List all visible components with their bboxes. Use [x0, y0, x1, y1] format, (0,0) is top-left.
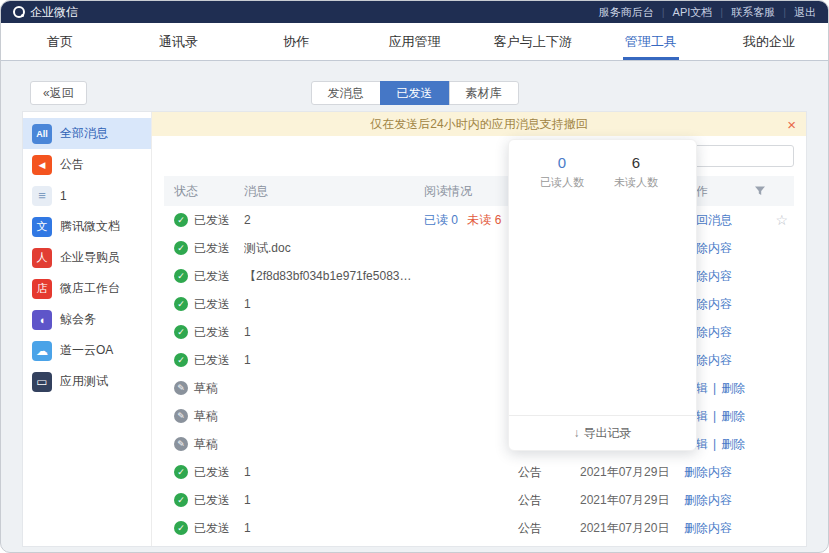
- top-bar: 企业微信 服务商后台 API文档 联系客服 退出: [1, 1, 828, 23]
- nav-admin-tools[interactable]: 管理工具: [592, 23, 710, 60]
- status-text: 已发送: [194, 520, 230, 537]
- nav-customers[interactable]: 客户与上下游: [474, 23, 592, 60]
- sidebar-item-label: 微店工作台: [60, 280, 120, 297]
- message-cell: 测试.doc: [244, 240, 424, 257]
- sent-status-icon: ✓: [174, 241, 188, 255]
- sent-status-icon: ✓: [174, 493, 188, 507]
- sidebar-item-announcement[interactable]: ◀ 公告: [23, 149, 151, 180]
- list-icon: ≡: [32, 186, 52, 206]
- search-row: [152, 136, 806, 176]
- header-actions: 操作: [684, 183, 794, 200]
- star-icon[interactable]: ☆: [775, 212, 788, 228]
- top-links: 服务商后台 API文档 联系客服 退出: [599, 5, 816, 20]
- table-row: ✓ 已发送 1 公告 2021年07月29日 删除内容: [164, 458, 794, 486]
- table-row: ✎ 草稿 编辑 | 删除: [164, 402, 794, 430]
- app-sidebar: All 全部消息 ◀ 公告 ≡ 1 文 腾讯微文档 人 企业导购员: [23, 112, 151, 546]
- sidebar-item-microshop[interactable]: 店 微店工作台: [23, 273, 151, 304]
- sent-status-icon: ✓: [174, 325, 188, 339]
- status-text: 已发送: [194, 464, 230, 481]
- sent-status-icon: ✓: [174, 521, 188, 535]
- message-cell: 1: [244, 521, 424, 535]
- export-record-label: 导出记录: [584, 425, 632, 442]
- status-text: 已发送: [194, 492, 230, 509]
- app-window: 企业微信 服务商后台 API文档 联系客服 退出 首页 通讯录 协作 应用管理 …: [0, 0, 829, 553]
- sidebar-item-all-messages[interactable]: All 全部消息: [23, 118, 151, 149]
- sent-status-icon: ✓: [174, 213, 188, 227]
- delete-content-link[interactable]: 删除内容: [684, 492, 732, 509]
- top-link-support[interactable]: 联系客服: [712, 5, 775, 20]
- header-status: 状态: [164, 183, 244, 200]
- delete-content-link[interactable]: 删除内容: [684, 464, 732, 481]
- sidebar-item-label: 鲸会务: [60, 311, 96, 328]
- nav-collaboration[interactable]: 协作: [237, 23, 355, 60]
- type-cell: 公告: [506, 464, 580, 481]
- status-text: 草稿: [194, 436, 218, 453]
- read-count-label: 已读人数: [525, 175, 599, 190]
- notice-bar: 仅在发送后24小时内的应用消息支持撤回 ×: [152, 112, 806, 136]
- sidebar-item-label: 腾讯微文档: [60, 218, 120, 235]
- monitor-icon: ▭: [32, 372, 52, 392]
- header-message: 消息: [244, 183, 424, 200]
- sidebar-item-tencent-docs[interactable]: 文 腾讯微文档: [23, 211, 151, 242]
- back-button[interactable]: «返回: [30, 81, 87, 105]
- nav-contacts[interactable]: 通讯录: [119, 23, 237, 60]
- header-read-status: 阅读情况: [424, 183, 506, 200]
- message-list-pane: 仅在发送后24小时内的应用消息支持撤回 × 状态 消息 阅读情况 类型 时间 操…: [151, 112, 806, 546]
- sent-status-icon: ✓: [174, 353, 188, 367]
- type-cell: 公告: [506, 492, 580, 509]
- whale-icon: ◖: [32, 310, 52, 330]
- top-link-logout[interactable]: 退出: [775, 5, 816, 20]
- status-text: 已发送: [194, 296, 230, 313]
- sidebar-item-app-test[interactable]: ▭ 应用测试: [23, 366, 151, 397]
- shop-icon: 店: [32, 279, 52, 299]
- table-row: ✓ 已发送 测试.doc 删除内容: [164, 234, 794, 262]
- table-row: ✎ 草稿 编辑 | 删除: [164, 430, 794, 458]
- tab-material-library[interactable]: 素材库: [449, 81, 519, 105]
- document-icon: 文: [32, 217, 52, 237]
- sidebar-item-shopping-guide[interactable]: 人 企业导购员: [23, 242, 151, 273]
- notice-text: 仅在发送后24小时内的应用消息支持撤回: [370, 116, 587, 133]
- draft-status-icon: ✎: [174, 437, 188, 451]
- megaphone-icon: ◀: [32, 155, 52, 175]
- export-record-button[interactable]: ↓ 导出记录: [509, 415, 696, 450]
- nav-app-management[interactable]: 应用管理: [355, 23, 473, 60]
- status-text: 草稿: [194, 408, 218, 425]
- sidebar-item-1[interactable]: ≡ 1: [23, 180, 151, 211]
- close-icon[interactable]: ×: [787, 112, 796, 136]
- delete-content-link[interactable]: 删除内容: [684, 520, 732, 537]
- all-badge-icon: All: [32, 124, 52, 144]
- date-cell: 2021年07月29日: [580, 464, 684, 481]
- top-link-api-docs[interactable]: API文档: [654, 5, 713, 20]
- read-stats-popup: 0 已读人数 6 未读人数 ↓ 导出记录: [508, 139, 697, 451]
- read-stat: 0 已读人数: [525, 154, 599, 190]
- message-cell: 1: [244, 325, 424, 339]
- nav-my-company[interactable]: 我的企业: [710, 23, 828, 60]
- draft-status-icon: ✎: [174, 381, 188, 395]
- delete-link[interactable]: 删除: [721, 436, 745, 453]
- sent-status-icon: ✓: [174, 269, 188, 283]
- top-link-provider[interactable]: 服务商后台: [599, 5, 654, 20]
- delete-link[interactable]: 删除: [721, 408, 745, 425]
- tab-sent[interactable]: 已发送: [380, 81, 450, 105]
- read-count-link[interactable]: 已读 0: [424, 213, 458, 227]
- date-cell: 2021年07月29日: [580, 492, 684, 509]
- filter-icon[interactable]: [754, 185, 766, 197]
- draft-status-icon: ✎: [174, 409, 188, 423]
- message-cell: 2: [244, 213, 424, 227]
- action-separator: |: [713, 381, 716, 395]
- sidebar-item-daoyiyun-oa[interactable]: ☁ 道一云OA: [23, 335, 151, 366]
- message-table: 状态 消息 阅读情况 类型 时间 操作: [164, 176, 794, 542]
- main-nav: 首页 通讯录 协作 应用管理 客户与上下游 管理工具 我的企业: [1, 23, 828, 61]
- unread-count: 6: [599, 154, 673, 171]
- popup-stats: 0 已读人数 6 未读人数: [509, 140, 696, 190]
- table-row: ✓ 已发送 1 公告 2021年07月20日 删除内容: [164, 514, 794, 542]
- read-count: 0: [525, 154, 599, 171]
- table-header: 状态 消息 阅读情况 类型 时间 操作: [164, 176, 794, 206]
- message-cell: 1: [244, 493, 424, 507]
- delete-link[interactable]: 删除: [721, 380, 745, 397]
- sidebar-item-whale-meeting[interactable]: ◖ 鲸会务: [23, 304, 151, 335]
- nav-home[interactable]: 首页: [1, 23, 119, 60]
- message-cell: 【2f8d83bf034b1e971fe5083eea...: [244, 268, 424, 285]
- unread-count-link[interactable]: 未读 6: [467, 213, 501, 227]
- tab-send-message[interactable]: 发消息: [311, 81, 381, 105]
